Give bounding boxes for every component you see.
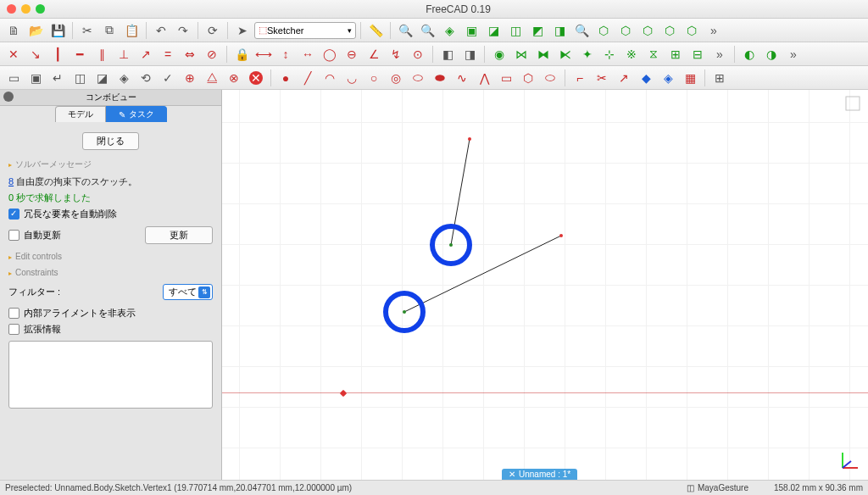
gear-icon[interactable] [3, 92, 14, 102]
toggle-active-icon[interactable]: ◨ [459, 45, 480, 64]
new-sketch-icon[interactable]: ▭ [3, 69, 24, 87]
leave-sketch-icon[interactable]: ↵ [47, 69, 68, 87]
more-icon[interactable]: » [704, 21, 724, 40]
constraint-parallel-icon[interactable]: ∥ [92, 45, 112, 64]
refresh-icon[interactable]: ⟳ [203, 21, 223, 40]
constraint-equal-icon[interactable]: = [158, 45, 178, 64]
view-sketch-icon[interactable]: ◫ [70, 69, 90, 87]
clone-icon[interactable]: ⊞ [665, 45, 686, 64]
minimize-window-icon[interactable] [21, 4, 31, 14]
zoom-icon[interactable]: 🔍 [571, 21, 592, 40]
constraint-block-icon[interactable]: ⊘ [202, 45, 222, 64]
select-conflict-icon[interactable]: ◉ [489, 45, 509, 64]
more-icon[interactable]: » [709, 45, 730, 64]
bounding-box-icon[interactable]: ▣ [461, 21, 481, 40]
cube-rear-icon[interactable]: ⬡ [682, 21, 702, 40]
zoom-fit-icon[interactable]: 🔍 [395, 21, 415, 40]
maximize-window-icon[interactable] [36, 4, 45, 14]
bspline-degree-icon[interactable]: ◐ [739, 45, 760, 64]
create-bspline-icon[interactable]: ∿ [452, 69, 472, 87]
workbench-selector[interactable]: ⬚ Sketcher ▾ [254, 22, 356, 39]
constraint-vertical-icon[interactable]: ┃ [47, 45, 68, 64]
sketch-endpoint[interactable] [559, 234, 563, 237]
paste-icon[interactable]: 📋 [121, 21, 142, 40]
mirror-sketch-icon[interactable]: ⧋ [202, 69, 222, 87]
select-vaxis-icon[interactable]: ⊹ [599, 45, 620, 64]
toggle-construction-icon[interactable]: ◧ [437, 45, 458, 64]
create-circle-icon[interactable]: ○ [364, 69, 384, 87]
toggle-constr-icon[interactable]: ▦ [680, 69, 700, 87]
symmetry-icon[interactable]: ⧖ [643, 45, 664, 64]
nav-style-icon[interactable]: ◫ [687, 483, 694, 492]
auto-update-checkbox[interactable] [8, 230, 19, 241]
create-ellipse-icon[interactable]: ⬭ [408, 69, 428, 87]
sketch-endpoint[interactable] [468, 137, 471, 141]
cube-front-icon[interactable]: ⬡ [615, 21, 636, 40]
create-arc3-icon[interactable]: ◡ [342, 69, 362, 87]
trim-icon[interactable]: ✂ [592, 69, 612, 87]
3d-viewport[interactable]: ✕Unnamed : 1* [222, 90, 868, 480]
cursor-icon[interactable]: ➤ [232, 21, 253, 40]
create-arc-icon[interactable]: ◠ [320, 69, 340, 87]
create-fillet-icon[interactable]: ⌐ [570, 69, 590, 87]
create-ellipse3-icon[interactable]: ⬬ [430, 69, 450, 87]
map-sketch-icon[interactable]: ◈ [114, 69, 134, 87]
extended-info-checkbox[interactable] [8, 324, 19, 335]
document-tab[interactable]: ✕Unnamed : 1* [502, 469, 577, 480]
create-rect-icon[interactable]: ▭ [496, 69, 516, 87]
select-redundant-icon[interactable]: ⋈ [511, 45, 531, 64]
cube-iso-icon[interactable]: ⬡ [593, 21, 614, 40]
external-geo-icon[interactable]: ◆ [636, 69, 656, 87]
view-icon[interactable]: ◨ [549, 21, 570, 40]
constraint-point-on-icon[interactable]: ↘ [25, 45, 46, 64]
cube-right-icon[interactable]: ⬡ [659, 21, 680, 40]
constraint-internal-icon[interactable]: ⊙ [408, 45, 428, 64]
switch-vspace-icon[interactable]: ⊞ [709, 69, 730, 87]
measure-icon[interactable]: 📏 [365, 21, 386, 40]
constraint-distx-icon[interactable]: ⟷ [253, 45, 274, 64]
constraint-perpendicular-icon[interactable]: ⊥ [114, 45, 134, 64]
view-icon[interactable]: ◫ [505, 21, 526, 40]
stop-op-icon[interactable]: ⊗ [224, 69, 244, 87]
copy-icon[interactable]: ⧉ [99, 21, 120, 40]
constraints-list[interactable] [8, 341, 213, 409]
create-point-icon[interactable]: ● [275, 69, 296, 87]
tab-model[interactable]: モデル [55, 106, 106, 122]
copy-geo-icon[interactable]: ⊟ [687, 45, 708, 64]
create-circle3-icon[interactable]: ◎ [386, 69, 406, 87]
constraint-radius-icon[interactable]: ◯ [320, 45, 340, 64]
iso-view-icon[interactable]: ◪ [483, 21, 504, 40]
view-icon[interactable]: ◩ [527, 21, 548, 40]
close-op-icon[interactable]: ✕ [246, 69, 266, 87]
constraint-symmetric-icon[interactable]: ⇔ [180, 45, 200, 64]
status-navstyle[interactable]: MayaGesture [698, 483, 748, 492]
view-section-icon[interactable]: ◪ [92, 69, 112, 87]
close-window-icon[interactable] [7, 4, 16, 14]
constraint-disty-icon[interactable]: ↕ [275, 45, 296, 64]
create-polygon-icon[interactable]: ⬡ [518, 69, 538, 87]
sketch-line[interactable] [404, 236, 561, 312]
create-polyline-icon[interactable]: ⋀ [474, 69, 494, 87]
sketch-center[interactable] [403, 310, 406, 314]
constraint-angle-icon[interactable]: ∠ [364, 45, 384, 64]
create-slot-icon[interactable]: ⬭ [540, 69, 560, 87]
extend-icon[interactable]: ↗ [614, 69, 634, 87]
cut-icon[interactable]: ✂ [77, 21, 97, 40]
close-button[interactable]: 閉じる [82, 132, 139, 150]
save-file-icon[interactable]: 💾 [47, 21, 68, 40]
sketch-center[interactable] [449, 243, 453, 247]
merge-sketches-icon[interactable]: ⊕ [180, 69, 200, 87]
select-elements-icon[interactable]: ⧓ [533, 45, 554, 64]
constraint-snell-icon[interactable]: ↯ [386, 45, 406, 64]
constraint-lock-icon[interactable]: 🔒 [231, 45, 252, 64]
hide-alignment-checkbox[interactable] [8, 308, 19, 319]
select-assoc-icon[interactable]: ⧔ [555, 45, 576, 64]
select-haxis-icon[interactable]: ※ [621, 45, 642, 64]
open-file-icon[interactable]: 📂 [25, 21, 46, 40]
draw-style-icon[interactable]: ◈ [439, 21, 459, 40]
new-file-icon[interactable]: 🗎 [3, 21, 24, 40]
constraint-diameter-icon[interactable]: ⊖ [342, 45, 362, 64]
constraint-dist-icon[interactable]: ↔ [298, 45, 318, 64]
filter-select[interactable]: すべて ⇅ [163, 284, 213, 300]
update-button[interactable]: 更新 [145, 226, 213, 244]
